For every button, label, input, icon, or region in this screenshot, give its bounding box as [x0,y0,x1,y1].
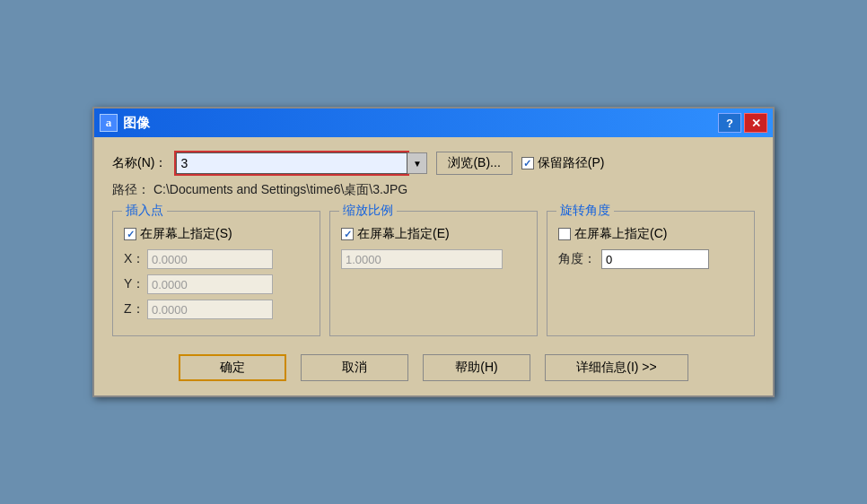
angle-label: 角度： [558,251,596,267]
rotation-title: 旋转角度 [556,203,614,219]
name-input[interactable] [176,152,407,174]
path-value: C:\Documents and Settings\time6\桌面\3.JPG [153,182,407,196]
scale-content: 在屏幕上指定(E) [341,226,526,269]
close-button[interactable]: ✕ [744,113,767,133]
cancel-button[interactable]: 取消 [301,354,408,381]
insert-point-section: 插入点 在屏幕上指定(S) X： Y： Z： [112,211,320,336]
app-icon: a [100,114,118,132]
x-input[interactable] [147,249,273,269]
insert-point-title: 插入点 [122,203,167,219]
insert-specify-label: 在屏幕上指定(S) [140,226,232,242]
scale-specify-row: 在屏幕上指定(E) [341,226,526,242]
x-label: X： [124,251,142,267]
app-icon-label: a [106,116,112,130]
z-label: Z： [124,301,142,317]
angle-input[interactable] [601,249,709,269]
name-row: 名称(N)： ▼ 浏览(B)... 保留路径(P) [112,152,755,175]
dialog-title: 图像 [123,115,150,132]
keep-path-checkbox-row: 保留路径(P) [521,155,605,171]
insert-point-content: 在屏幕上指定(S) X： Y： Z： [124,226,309,319]
path-label: 路径： [112,182,150,196]
keep-path-checkbox[interactable] [521,157,534,169]
insert-z-row: Z： [124,300,309,319]
details-button[interactable]: 详细信息(I) >> [545,354,688,381]
scale-section: 缩放比例 在屏幕上指定(E) [329,211,538,336]
dialog-content: 名称(N)： ▼ 浏览(B)... 保留路径(P) 路径： C:\Documen… [94,137,773,395]
angle-row: 角度： [558,249,743,269]
scale-title: 缩放比例 [339,203,397,219]
help-icon-button[interactable]: ? [718,113,741,133]
scale-input[interactable] [341,249,503,269]
rotation-specify-checkbox[interactable] [558,228,571,240]
scale-value-row [341,249,526,269]
rotation-specify-label: 在屏幕上指定(C) [574,226,667,242]
browse-button[interactable]: 浏览(B)... [436,152,512,175]
insert-y-row: Y： [124,274,309,294]
help-button[interactable]: 帮助(H) [423,354,530,381]
scale-specify-label: 在屏幕上指定(E) [357,226,450,242]
insert-x-row: X： [124,249,309,269]
rotation-section: 旋转角度 在屏幕上指定(C) 角度： [547,211,755,336]
path-row: 路径： C:\Documents and Settings\time6\桌面\3… [112,182,755,198]
rotation-content: 在屏幕上指定(C) 角度： [558,226,743,269]
name-label: 名称(N)： [112,155,167,171]
scale-specify-checkbox[interactable] [341,228,354,240]
dialog-image: a 图像 ? ✕ 名称(N)： ▼ 浏览(B)... 保留路径(P) [92,107,775,397]
y-label: Y： [124,276,142,292]
rotation-specify-row: 在屏幕上指定(C) [558,226,743,242]
keep-path-label: 保留路径(P) [538,155,605,171]
titlebar: a 图像 ? ✕ [94,109,773,137]
name-combo: ▼ [176,152,427,174]
buttons-row: 确定 取消 帮助(H) 详细信息(I) >> [112,351,755,381]
insert-specify-checkbox[interactable] [124,228,136,240]
sections-row: 插入点 在屏幕上指定(S) X： Y： Z： [112,211,755,336]
y-input[interactable] [147,274,273,294]
z-input[interactable] [147,300,273,319]
insert-specify-row: 在屏幕上指定(S) [124,226,309,242]
titlebar-buttons: ? ✕ [718,113,767,133]
ok-button[interactable]: 确定 [179,354,286,381]
combo-arrow-icon[interactable]: ▼ [407,152,427,174]
titlebar-left: a 图像 [100,114,150,132]
